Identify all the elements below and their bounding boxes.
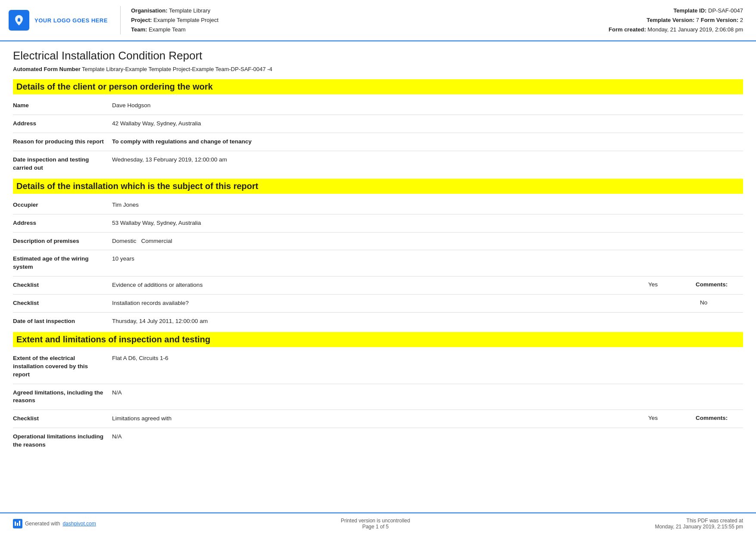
field-row-install-address: Address 53 Wallaby Way, Sydney, Australi… [13,216,743,230]
field-row-extent: Extent of the electrical installation co… [13,351,743,382]
field-row-age: Estimated age of the wiring system 10 ye… [13,252,743,274]
template-id-value: DP-SAF-0047 [708,7,743,14]
project-value: Example Template Project [153,17,219,23]
field-value-checklist1: Evidence of additions or alterations [112,281,640,289]
footer: Generated with dashpivot.com Printed ver… [0,512,756,534]
field-row-occupier: Occupier Tim Jones [13,198,743,212]
section-extent-heading: Extent and limitations of inspection and… [13,332,743,347]
field-row-checklist-limitations: Checklist Limitations agreed with Yes Co… [13,412,743,426]
svg-rect-3 [19,521,20,526]
team-row: Team: Example Team [131,25,597,34]
footer-right: This PDF was created at Monday, 21 Janua… [655,518,743,530]
field-label-checklist1: Checklist [13,281,112,289]
dashpivot-logo-icon [13,519,22,528]
field-value-last-inspection: Thursday, 14 July 2011, 12:00:00 am [112,317,743,326]
footer-page: Page 1 of 5 [341,524,410,530]
section-client-heading: Details of the client or person ordering… [13,79,743,94]
field-label-checklist-limitations: Checklist [13,415,112,423]
field-label-address: Address [13,120,112,128]
footer-page-current: 1 [376,524,379,530]
header: YOUR LOGO GOES HERE Organisation: Templa… [0,0,756,41]
field-value-date-inspection: Wednesday, 13 February 2019, 12:00:00 am [112,156,743,164]
section-installation-heading: Details of the installation which is the… [13,179,743,194]
field-label-age: Estimated age of the wiring system [13,255,112,271]
field-label-install-address: Address [13,219,112,227]
field-extra-checklist-limitations: Yes [640,415,691,421]
field-row-checklist1: Checklist Evidence of additions or alter… [13,278,743,292]
field-extra-checklist1: Yes [640,281,691,288]
section-client-fields: Name Dave Hodgson Address 42 Wallaby Way… [13,99,743,175]
field-label-name: Name [13,102,112,110]
form-created-label: Form created: [609,26,646,33]
org-label: Organisation: [131,7,168,14]
header-center-info: Organisation: Template Library Project: … [131,6,597,34]
field-label-last-inspection: Date of last inspection [13,317,112,326]
field-row-address: Address 42 Wallaby Way, Sydney, Australi… [13,117,743,131]
field-label-checklist2: Checklist [13,299,112,307]
field-value-checklist-limitations: Limitations agreed with [112,415,640,423]
team-value: Example Team [149,26,186,33]
org-value: Template Library [169,7,210,14]
field-label-operational: Operational limitations including the re… [13,433,112,449]
footer-pdf-created-value: Monday, 21 January 2019, 2:15:55 pm [655,524,743,530]
project-label: Project: [131,17,152,23]
field-comments-label1: Comments: [691,281,743,288]
footer-uncontrolled: Printed version is uncontrolled [341,518,410,524]
field-value-checklist2: Installation records available? [112,299,691,307]
field-value-extent: Flat A D6, Circuits 1-6 [112,354,743,363]
section-installation-fields: Occupier Tim Jones Address 53 Wallaby Wa… [13,198,743,329]
footer-left: Generated with dashpivot.com [13,519,96,528]
document-title: Electrical Installation Condition Report [13,49,743,62]
footer-pdf-created-label: This PDF was created at [655,518,743,524]
form-created-row: Form created: Monday, 21 January 2019, 2… [597,25,743,34]
form-version-label: Form Version: [701,17,738,23]
org-row: Organisation: Template Library [131,6,597,16]
field-value-address: 42 Wallaby Way, Sydney, Australia [112,120,743,128]
footer-generated-label: Generated with [25,521,60,527]
section-extent-fields: Extent of the electrical installation co… [13,351,743,452]
logo-icon [9,10,29,31]
footer-page-label: Page [362,524,374,530]
page: YOUR LOGO GOES HERE Organisation: Templa… [0,0,756,534]
field-row-date-inspection: Date inspection and testing carried out … [13,153,743,175]
logo-text: YOUR LOGO GOES HERE [34,17,108,24]
field-value-description: Domestic Commercial [112,237,743,245]
field-value-limitations: N/A [112,389,743,397]
template-id-label: Template ID: [673,7,706,14]
field-label-date-inspection: Date inspection and testing carried out [13,156,112,172]
footer-link[interactable]: dashpivot.com [62,521,96,527]
field-label-reason: Reason for producing this report [13,138,112,146]
field-value-name: Dave Hodgson [112,102,743,110]
field-row-reason: Reason for producing this report To comp… [13,135,743,149]
form-number-row: Automated Form Number Template Library-E… [13,66,743,72]
field-label-occupier: Occupier [13,201,112,209]
svg-rect-2 [17,523,18,526]
template-id-row: Template ID: DP-SAF-0047 [597,6,743,16]
form-version-value: 2 [740,17,743,23]
form-number-value: Template Library-Example Template Projec… [82,66,272,72]
field-value-operational: N/A [112,433,743,441]
version-row: Template Version: 7 Form Version: 2 [597,16,743,25]
header-right-info: Template ID: DP-SAF-0047 Template Versio… [597,6,743,34]
footer-center: Printed version is uncontrolled Page 1 o… [341,518,410,530]
form-number-label: Automated Form Number [13,66,82,72]
template-version-label: Template Version: [647,17,694,23]
field-value-reason: To comply with regulations and change of… [112,138,743,146]
svg-rect-1 [15,522,16,526]
field-value-occupier: Tim Jones [112,201,743,209]
logo-area: YOUR LOGO GOES HERE [9,6,121,34]
field-value-install-address: 53 Wallaby Way, Sydney, Australia [112,219,743,227]
field-row-name: Name Dave Hodgson [13,99,743,113]
field-label-limitations: Agreed limitations, including the reason… [13,389,112,405]
field-extra-checklist2: No [691,299,743,306]
footer-page-of: of 5 [380,524,389,530]
field-comments-label-limitations: Comments: [691,415,743,421]
team-label: Team: [131,26,147,33]
template-version-value: 7 [696,17,699,23]
field-row-checklist2: Checklist Installation records available… [13,296,743,310]
field-row-operational: Operational limitations including the re… [13,430,743,452]
field-row-limitations: Agreed limitations, including the reason… [13,386,743,408]
main-content: Electrical Installation Condition Report… [0,41,756,512]
field-value-age: 10 years [112,255,743,263]
field-row-last-inspection: Date of last inspection Thursday, 14 Jul… [13,314,743,329]
